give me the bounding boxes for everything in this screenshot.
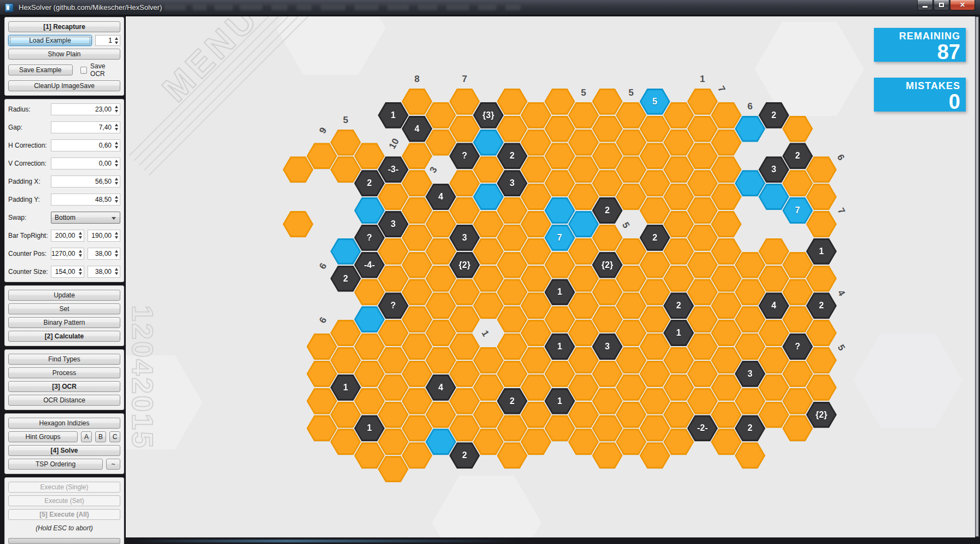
hex-orange-cell[interactable] [759,402,789,428]
hex-dark-number-cell[interactable]: ? [378,293,409,319]
hex-orange-cell[interactable] [402,415,433,441]
hex-blue-cell[interactable] [354,306,385,332]
hex-orange-cell[interactable] [402,252,433,278]
hex-orange-cell[interactable] [545,143,575,169]
hex-blue-cell[interactable] [568,211,599,237]
hex-orange-cell[interactable] [759,320,789,346]
example-number-input[interactable]: 1 [95,35,120,46]
hex-dark-number-cell[interactable]: 3 [378,211,409,237]
hex-orange-cell[interactable] [521,211,551,237]
hex-orange-cell[interactable] [616,429,646,455]
hex-orange-cell[interactable] [711,266,742,292]
hex-orange-cell[interactable] [806,156,837,183]
hex-orange-cell[interactable] [806,375,837,401]
hex-orange-cell[interactable] [545,361,575,387]
hex-orange-cell[interactable] [663,130,694,156]
hex-orange-cell[interactable] [283,211,313,237]
hex-orange-cell[interactable] [568,184,599,210]
hex-orange-cell[interactable] [378,375,409,401]
binary-pattern-button[interactable]: Binary Pattern [8,317,120,328]
hex-orange-cell[interactable] [687,252,718,278]
hex-orange-cell[interactable] [402,143,433,169]
hex-orange-cell[interactable] [640,442,670,469]
recapture-button[interactable]: [1] Recapture [8,21,120,32]
hex-blue-cell[interactable] [354,197,385,224]
hex-orange-cell[interactable] [497,197,528,224]
hex-dark-number-cell[interactable]: 1 [354,415,385,441]
hex-orange-cell[interactable] [545,415,575,441]
hex-orange-cell[interactable] [616,156,646,183]
hex-orange-cell[interactable] [616,130,646,156]
save-example-button[interactable]: Save Example [8,65,73,75]
hex-orange-cell[interactable] [711,102,742,128]
hex-dark-number-cell[interactable]: 2 [497,143,528,169]
hex-dark-number-cell[interactable]: 4 [425,375,456,401]
execute-set-button[interactable]: Execute (Set) [8,495,120,506]
hex-dark-number-cell[interactable]: 3 [450,225,480,251]
hex-orange-cell[interactable] [711,238,742,265]
hex-dark-number-cell[interactable]: 1 [378,102,409,128]
hex-orange-cell[interactable] [307,415,337,441]
hex-orange-cell[interactable] [616,102,646,128]
counter-pos-y-input[interactable]: 38,00 [88,248,121,260]
hex-orange-cell[interactable] [687,116,718,142]
hex-orange-cell[interactable] [711,320,742,346]
hex-dark-number-cell[interactable]: -2- [687,415,718,441]
process-button[interactable]: Process [8,367,120,378]
update-button[interactable]: Update [8,290,120,301]
hex-orange-cell[interactable] [307,334,337,360]
hex-dark-number-cell[interactable]: ? [354,225,385,251]
hex-orange-cell[interactable] [330,320,361,346]
hex-orange-cell[interactable] [497,225,528,251]
hex-orange-cell[interactable] [663,266,694,292]
hex-orange-cell[interactable] [283,156,313,183]
hex-orange-cell[interactable] [711,211,742,237]
hex-orange-cell[interactable] [568,102,599,128]
hex-orange-cell[interactable] [711,347,742,373]
hex-orange-cell[interactable] [616,320,646,346]
hex-orange-cell[interactable] [592,225,623,251]
minimize-button[interactable] [917,0,933,10]
hex-orange-cell[interactable] [806,347,837,373]
hex-dark-number-cell[interactable]: 2 [640,225,670,251]
hex-orange-cell[interactable] [497,306,528,332]
hex-orange-cell[interactable] [330,347,361,373]
solve-button[interactable]: [4] Solve [8,445,120,456]
hex-dark-number-cell[interactable]: 2 [735,415,766,441]
hex-orange-cell[interactable] [402,361,433,387]
find-types-button[interactable]: Find Types [8,354,120,365]
hex-orange-cell[interactable] [307,361,337,387]
hex-orange-cell[interactable] [663,238,694,265]
hex-orange-cell[interactable] [450,89,480,115]
hex-orange-cell[interactable] [354,442,385,469]
hex-orange-cell[interactable] [663,211,694,237]
hex-orange-cell[interactable] [450,306,480,332]
hex-orange-cell[interactable] [521,266,551,292]
hex-orange-cell[interactable] [378,184,409,210]
hex-orange-cell[interactable] [521,375,551,401]
hex-orange-cell[interactable] [450,415,480,441]
hex-dark-number-cell[interactable]: 1 [663,320,694,346]
hex-orange-cell[interactable] [783,361,813,387]
hex-dark-number-cell[interactable]: 1 [545,388,575,414]
hex-orange-cell[interactable] [687,334,718,360]
hex-orange-cell[interactable] [640,252,670,278]
hex-blue-cell[interactable]: 7 [545,225,575,251]
hex-orange-cell[interactable] [402,197,433,224]
hex-orange-cell[interactable] [568,320,599,346]
execute-all-button[interactable]: [5] Execute (All) [8,509,120,520]
hex-orange-cell[interactable] [521,238,551,265]
hex-dark-number-cell[interactable]: 2 [330,266,361,292]
hex-orange-cell[interactable] [402,279,433,305]
hex-orange-cell[interactable] [663,156,694,183]
hex-orange-cell[interactable] [402,442,433,469]
hex-orange-cell[interactable] [378,320,409,346]
hex-dark-number-cell[interactable]: 1 [806,238,837,265]
hex-orange-cell[interactable] [473,266,504,292]
hex-dark-number-cell[interactable]: {2} [592,252,623,278]
hex-orange-cell[interactable] [592,442,623,469]
bar-topright-y-input[interactable]: 190,00 [88,230,121,242]
hex-orange-cell[interactable] [497,415,528,441]
hex-orange-cell[interactable] [473,293,504,319]
hexagon-indizies-button[interactable]: Hexagon Indizies [8,418,120,429]
